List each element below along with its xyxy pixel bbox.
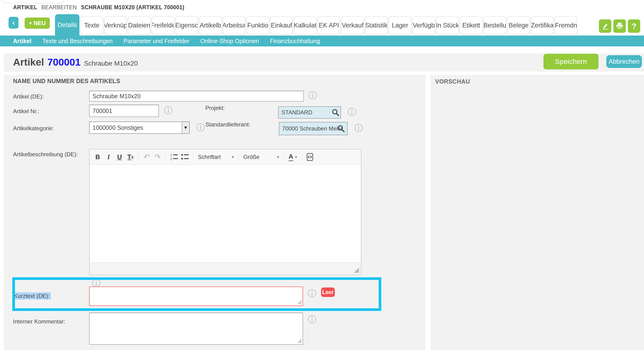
print-button[interactable] xyxy=(614,19,626,33)
artikelbeschreibung-editor-area[interactable] xyxy=(90,165,361,262)
resize-handle[interactable] xyxy=(297,300,302,305)
tab-verkauf[interactable]: Verkauf xyxy=(341,16,364,34)
subnav-finanzbuchhaltung[interactable]: Finanzbuchhaltung xyxy=(270,38,320,44)
section-title: NAME UND NUMMER DES ARTIKELS xyxy=(13,78,120,85)
tabs: Details Texte Verknüp Dateien Freifelde … xyxy=(55,14,577,35)
info-icon[interactable]: ⓘ xyxy=(164,107,172,115)
interner-kommentar-textarea[interactable] xyxy=(89,313,303,345)
toolbar-separator xyxy=(193,153,193,161)
undo-icon[interactable]: ↶ xyxy=(142,152,152,162)
help-button[interactable]: ? xyxy=(628,19,640,33)
italic-button[interactable]: I xyxy=(104,152,113,162)
info-icon[interactable]: ⓘ xyxy=(92,279,100,287)
tab-lager[interactable]: Lager xyxy=(389,16,412,34)
kurztext-textarea[interactable] xyxy=(89,287,303,306)
edit-button[interactable] xyxy=(599,19,611,33)
text-color-button[interactable]: A ▾ xyxy=(287,153,298,161)
page-title: Artikel 700001 Schraube M10x20 xyxy=(13,57,138,68)
source-code-icon[interactable] xyxy=(305,152,315,162)
title-band: Artikel 700001 Schraube M10x20 Speichern… xyxy=(4,53,644,71)
artikel-nr-input[interactable] xyxy=(89,105,159,117)
tab-verfuegbarkeit[interactable]: Verfügb xyxy=(412,16,435,34)
tab-funktionen[interactable]: Funktio xyxy=(246,16,269,34)
standardlieferant-value: 70000 Schrauben Meier xyxy=(282,125,343,132)
svg-text:2: 2 xyxy=(170,157,172,161)
info-icon[interactable]: ⓘ xyxy=(308,91,317,99)
numbered-list-icon[interactable]: 1 2 xyxy=(169,152,179,162)
tab-artikelbaum[interactable]: Artikelb xyxy=(199,16,222,34)
tab-belege[interactable]: Belege xyxy=(507,16,530,34)
chevron-down-icon[interactable]: ▼ xyxy=(182,122,189,133)
tab-texte[interactable]: Texte xyxy=(80,16,103,34)
toolbar-separator xyxy=(238,153,238,161)
artikelkategorie-select[interactable]: 1000000 Sonstiges ▼ xyxy=(89,122,190,134)
preview-panel: VORSCHAU xyxy=(430,75,644,350)
redo-icon[interactable]: ↷ xyxy=(153,152,162,162)
tab-kalkulation[interactable]: Kalkulat xyxy=(294,16,316,34)
search-icon[interactable] xyxy=(337,125,345,132)
info-icon[interactable]: ⓘ xyxy=(196,123,205,131)
tab-dateien[interactable]: Dateien xyxy=(128,16,150,34)
tab-einkauf[interactable]: Einkauf xyxy=(270,16,293,34)
back-button[interactable]: ‹ xyxy=(8,17,18,29)
editor-toolbar: B I U Tx ↶ ↷ 1 2 xyxy=(90,150,361,165)
chevron-down-icon: ▾ xyxy=(277,155,279,159)
info-icon[interactable]: ⓘ xyxy=(348,108,356,116)
new-button[interactable]: + NEU xyxy=(25,17,50,29)
tab-bar: ‹ + NEU Details Texte Verknüp Dateien Fr… xyxy=(0,14,644,35)
header-tool-buttons: ? xyxy=(599,19,640,33)
richtext-editor: B I U Tx ↶ ↷ 1 2 xyxy=(89,149,361,275)
tab-zertifikate[interactable]: Zertifika xyxy=(531,16,554,34)
standardlieferant-field[interactable]: 70000 Schrauben Meier xyxy=(279,122,348,135)
font-family-dropdown[interactable]: Schriftart ▾ xyxy=(196,154,235,160)
subnav-online-shop-optionen[interactable]: Online-Shop Optionen xyxy=(200,38,259,44)
chevron-down-icon: ▾ xyxy=(295,155,297,159)
toolbar-separator xyxy=(284,153,284,161)
artikel-de-input[interactable] xyxy=(89,91,304,102)
projekt-value: STANDARD xyxy=(282,109,312,116)
leer-badge[interactable]: Leer xyxy=(321,288,335,297)
chevron-left-icon: ‹ xyxy=(12,19,15,27)
tab-eigenschaften[interactable]: Eigensc xyxy=(175,16,198,34)
tab-fremdnummern[interactable]: Fremdn xyxy=(554,16,577,34)
subnav-parameter-und-freifelder[interactable]: Parameter und Freifelder xyxy=(124,38,190,44)
tab-verknuepfungen[interactable]: Verknüp xyxy=(104,16,127,34)
remove-format-button[interactable]: Tx xyxy=(126,152,135,162)
tab-arbeitsanweisung[interactable]: Arbeitsa xyxy=(223,16,246,34)
underline-button[interactable]: U xyxy=(115,152,124,162)
page-title-article-name: Schraube M10x20 xyxy=(84,60,138,67)
tab-ek-api[interactable]: EK API xyxy=(318,16,340,34)
artikelbeschreibung-label: Artikelbeschreibung (DE): xyxy=(13,151,78,158)
toolbar-separator xyxy=(166,153,166,161)
tab-etikett[interactable]: Etikett xyxy=(460,16,482,34)
resize-handle[interactable] xyxy=(354,268,359,273)
info-icon[interactable]: ⓘ xyxy=(308,316,316,324)
tab-in-stueckliste[interactable]: In Stück xyxy=(436,16,459,34)
artikel-nr-label: Artikel Nr.: xyxy=(13,108,39,115)
interner-kommentar-wrap xyxy=(89,313,303,345)
save-button[interactable]: Speichern xyxy=(544,54,598,69)
editor-footer xyxy=(90,262,361,275)
breadcrumb-action: BEARBEITEN xyxy=(42,4,77,11)
tab-statistik[interactable]: Statistik xyxy=(365,16,388,34)
info-icon[interactable]: ⓘ xyxy=(308,289,316,297)
info-icon[interactable]: ⓘ xyxy=(354,124,363,132)
tab-bestellungen[interactable]: Bestellu xyxy=(484,16,506,34)
chevron-down-icon: ▾ xyxy=(232,155,234,159)
tab-freifelder[interactable]: Freifelde xyxy=(152,16,174,34)
bullet-list-icon[interactable] xyxy=(180,152,190,162)
resize-handle[interactable] xyxy=(297,339,302,343)
subnav-artikel[interactable]: Artikel xyxy=(13,38,32,44)
font-size-dropdown[interactable]: Größe ▾ xyxy=(242,154,280,160)
kurztext-field-wrap xyxy=(89,287,303,306)
search-icon[interactable] xyxy=(332,109,339,116)
tab-details[interactable]: Details xyxy=(55,14,80,35)
toolbar-separator xyxy=(302,153,302,161)
bold-button[interactable]: B xyxy=(93,152,102,162)
preview-title: VORSCHAU xyxy=(435,78,470,85)
projekt-field[interactable]: STANDARD xyxy=(278,106,341,119)
cancel-button[interactable]: Abbrechen xyxy=(606,55,642,68)
subnav-texte-und-beschreibungen[interactable]: Texte und Beschreibungen xyxy=(42,38,113,44)
page-title-article-number: 700001 xyxy=(48,57,80,68)
breadcrumb-section: ARTIKEL xyxy=(13,4,37,11)
